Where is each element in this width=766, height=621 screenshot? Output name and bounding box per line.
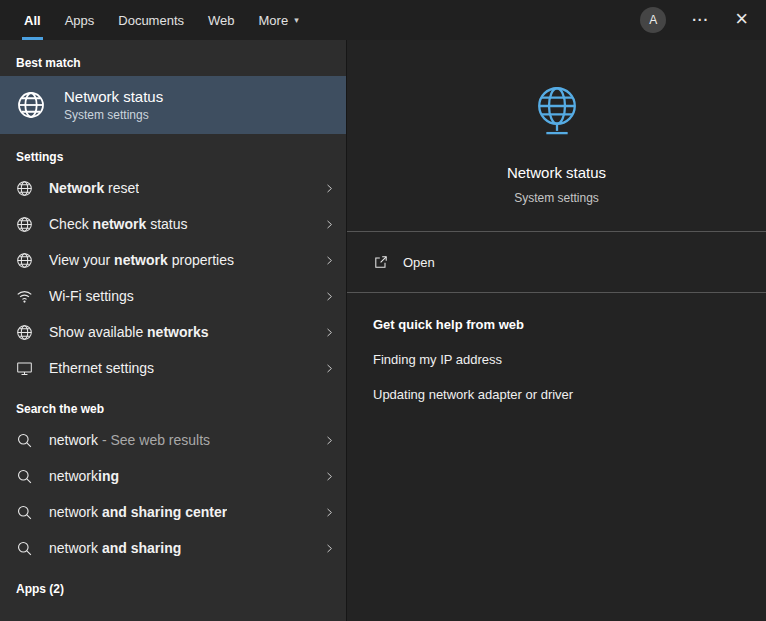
- account-avatar[interactable]: A: [640, 7, 666, 33]
- chevron-right-icon[interactable]: [323, 218, 336, 231]
- result-label-segment: Network: [49, 180, 104, 196]
- result-label-segment: - See web results: [98, 432, 210, 448]
- section-header-web: Search the web: [0, 386, 346, 422]
- tab-more[interactable]: More▾: [257, 0, 301, 40]
- help-link[interactable]: Updating network adapter or driver: [373, 387, 740, 402]
- search-icon: [16, 504, 33, 521]
- tab-label: All: [24, 13, 41, 28]
- settings-result-item[interactable]: Check network status: [0, 206, 346, 242]
- globe-icon: [16, 90, 46, 120]
- open-icon: [373, 254, 389, 270]
- result-label: Network reset: [49, 180, 139, 196]
- best-match-text: Network status System settings: [64, 88, 163, 122]
- result-label: network - See web results: [49, 432, 210, 448]
- result-label: Check network status: [49, 216, 188, 232]
- result-label: network and sharing center: [49, 504, 227, 520]
- settings-result-item[interactable]: Ethernet settings: [0, 350, 346, 386]
- result-label-segment: network: [114, 252, 168, 268]
- web-result-item[interactable]: network - See web results: [0, 422, 346, 458]
- open-label: Open: [403, 255, 435, 270]
- search-icon: [16, 432, 33, 449]
- chevron-right-icon[interactable]: [323, 434, 336, 447]
- settings-result-item[interactable]: Show available networks: [0, 314, 346, 350]
- result-label: Ethernet settings: [49, 360, 154, 376]
- tab-web[interactable]: Web: [206, 0, 237, 40]
- settings-result-item[interactable]: Wi-Fi settings: [0, 278, 346, 314]
- chevron-right-icon[interactable]: [323, 290, 336, 303]
- result-label: network and sharing: [49, 540, 181, 556]
- result-label-segment: network: [49, 504, 98, 520]
- result-label-segment: Wi-Fi settings: [49, 288, 134, 304]
- chevron-right-icon[interactable]: [323, 326, 336, 339]
- best-match-result[interactable]: Network status System settings: [0, 76, 346, 134]
- section-header-apps: Apps (2): [0, 566, 346, 602]
- chevron-right-icon[interactable]: [323, 506, 336, 519]
- preview-subtitle: System settings: [514, 191, 599, 205]
- chevron-right-icon[interactable]: [323, 182, 336, 195]
- settings-result-item[interactable]: View your network properties: [0, 242, 346, 278]
- tab-label: Web: [208, 13, 235, 28]
- tab-apps[interactable]: Apps: [63, 0, 97, 40]
- chevron-down-icon: ▾: [294, 16, 299, 25]
- result-label-segment: Show available: [49, 324, 147, 340]
- globe-icon: [16, 252, 33, 269]
- globe-icon: [16, 180, 33, 197]
- search-window: AllAppsDocumentsWebMore▾ A ··· × Best ma…: [0, 0, 766, 621]
- tab-label: Documents: [118, 13, 184, 28]
- preview-panel: Network status System settings Open Get …: [346, 40, 766, 621]
- result-label: Show available networks: [49, 324, 209, 340]
- tab-documents[interactable]: Documents: [116, 0, 186, 40]
- chevron-right-icon[interactable]: [323, 254, 336, 267]
- results-panel: Best match Network status System setting…: [0, 40, 346, 621]
- result-label-segment: network: [93, 216, 147, 232]
- web-result-item[interactable]: network and sharing center: [0, 494, 346, 530]
- search-filter-bar: AllAppsDocumentsWebMore▾ A ··· ×: [0, 0, 766, 40]
- result-label-segment: network: [49, 432, 98, 448]
- help-title: Get quick help from web: [373, 317, 740, 332]
- search-icon: [16, 468, 33, 485]
- tab-label: More: [259, 13, 289, 28]
- tab-label: Apps: [65, 13, 95, 28]
- filter-tabs: AllAppsDocumentsWebMore▾: [12, 0, 311, 40]
- result-label: Wi-Fi settings: [49, 288, 134, 304]
- chevron-right-icon[interactable]: [323, 470, 336, 483]
- preview-title: Network status: [507, 164, 606, 182]
- result-label-segment: and sharing: [98, 540, 181, 556]
- result-label-segment: status: [146, 216, 187, 232]
- best-match-title: Network status: [64, 88, 163, 105]
- settings-results-list: Network resetCheck network statusView yo…: [0, 170, 346, 386]
- open-action[interactable]: Open: [347, 232, 766, 292]
- close-icon[interactable]: ×: [735, 8, 748, 30]
- result-label-segment: Ethernet settings: [49, 360, 154, 376]
- best-match-subtitle: System settings: [64, 108, 163, 122]
- globe-icon: [16, 216, 33, 233]
- result-label-segment: ing: [98, 468, 119, 484]
- more-options-icon[interactable]: ···: [692, 13, 709, 27]
- result-label: networking: [49, 468, 119, 484]
- result-label-segment: reset: [104, 180, 139, 196]
- result-label-segment: network: [49, 540, 98, 556]
- web-result-item[interactable]: network and sharing: [0, 530, 346, 566]
- search-content: Best match Network status System setting…: [0, 40, 766, 621]
- chevron-right-icon[interactable]: [323, 362, 336, 375]
- result-label-segment: properties: [168, 252, 234, 268]
- chevron-right-icon[interactable]: [323, 542, 336, 555]
- result-label-segment: View your: [49, 252, 114, 268]
- result-label-segment: and sharing center: [98, 504, 227, 520]
- topbar-actions: A ··· ×: [640, 0, 766, 40]
- search-icon: [16, 540, 33, 557]
- result-label-segment: Check: [49, 216, 93, 232]
- section-header-settings: Settings: [0, 134, 346, 170]
- network-globe-icon: [525, 82, 589, 146]
- settings-result-item[interactable]: Network reset: [0, 170, 346, 206]
- monitor-icon: [16, 360, 33, 377]
- result-label: View your network properties: [49, 252, 234, 268]
- web-result-item[interactable]: networking: [0, 458, 346, 494]
- section-header-best-match: Best match: [0, 40, 346, 76]
- help-links: Finding my IP addressUpdating network ad…: [373, 352, 740, 402]
- web-results-list: network - See web resultsnetworkingnetwo…: [0, 422, 346, 566]
- result-label-segment: network: [49, 468, 98, 484]
- help-link[interactable]: Finding my IP address: [373, 352, 740, 367]
- tab-all[interactable]: All: [22, 0, 43, 40]
- preview-hero: Network status System settings: [347, 40, 766, 231]
